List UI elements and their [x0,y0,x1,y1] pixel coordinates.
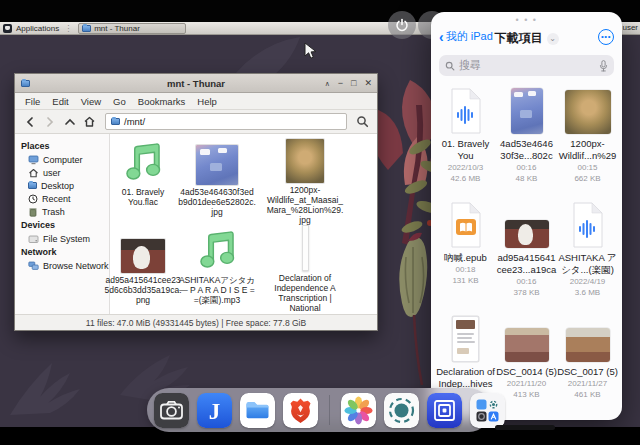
sidebar-item-trash[interactable]: Trash [15,205,109,218]
sidebar-item-browse-network[interactable]: Browse Network [15,259,109,272]
grid-item-lion[interactable]: 1200px-Wildlif...n%29 00:15662 KB [557,82,618,196]
microphone-icon[interactable] [599,60,608,72]
svg-text:J: J [209,398,221,423]
image-thumbnail [511,88,543,134]
brave-browser-icon[interactable] [283,393,318,428]
file-item-mp3[interactable]: ASHITAKAアシタカ — P A R A D I S E = =(楽園).m… [174,225,260,313]
search-placeholder: 搜尋 [459,58,595,73]
back-button[interactable]: ‹ 我的 iPad [439,29,493,44]
audio-file-icon [449,88,483,134]
home-button[interactable] [81,113,98,130]
concentric-squares-app-icon[interactable] [427,393,462,428]
ipad-dock: J [147,388,491,432]
grid-item-cat[interactable]: ad95a415641cee23...a19ca 00:16378 KB [496,196,557,310]
grid-item-ashitaka[interactable]: ASHITAKA アシタ...(楽園) 2022/4/193.6 MB [557,196,618,310]
audio-note-icon [195,229,239,273]
pdf-thumbnail [452,316,479,362]
grid-item-dsc0017[interactable]: DSC_0017 (5) 2021/11/27461 KB [557,310,618,420]
grid-item-dsc0014[interactable]: DSC_0014 (5) 2021/11/20413 KB [496,310,557,420]
menu-view[interactable]: View [75,96,107,107]
grid-item-jpg1[interactable]: 4ad53e464630f3e...802c 00:1648 KB [496,82,557,196]
shade-button[interactable]: ∧ [325,79,330,88]
menu-go[interactable]: Go [107,96,132,107]
epub-file-icon [449,202,483,248]
path-folder-icon [111,118,120,125]
photo-thumbnail [566,328,610,362]
path-text: /mnt/ [124,116,145,127]
drive-icon [28,234,39,244]
path-bar[interactable]: /mnt/ [105,113,347,130]
grid-item-bravely-you[interactable]: 01. BravelyYou 2022/10/342.6 MB [435,82,496,196]
image-thumbnail [565,90,611,134]
folder-icon [28,182,37,189]
photo-thumbnail [505,328,549,362]
window-drag-handle[interactable]: • • • [431,15,622,25]
sidebar-item-desktop[interactable]: Desktop [15,179,109,192]
network-icon [28,261,39,271]
mouse-cursor [304,42,317,64]
image-thumbnail [286,139,324,183]
chevron-down-icon[interactable]: ⌄ [547,33,559,45]
page-title: 下載項目 [495,30,543,47]
sidebar-item-recent[interactable]: Recent [15,192,109,205]
menu-help[interactable]: Help [191,96,223,107]
thunar-statusbar: 11 files: 47.0 MiB (49331445 bytes) | Fr… [15,314,377,330]
grid-item-epub[interactable]: 吶喊.epub 00:18131 KB [435,196,496,310]
file-item-lion-jpg[interactable]: 1200px- Wildlife_at_Maasai_ Mara_%28Lion… [260,137,350,225]
sidebar-item-filesystem[interactable]: File System [15,232,109,245]
menu-bookmarks[interactable]: Bookmarks [132,96,192,107]
sidebar-header-devices: Devices [15,218,109,232]
file-item-flac[interactable]: 01. Bravely You.flac [112,137,174,225]
search-bar[interactable]: 搜尋 [439,55,614,76]
photos-app-icon[interactable] [341,393,376,428]
folder-icon [82,25,91,32]
file-item-jpg1[interactable]: 4ad53e464630f3ed b9d01dee6e52802c. jpg [174,137,260,225]
files-app-header: ‹ 我的 iPad 下載項目 ⌄ ••• [431,29,622,49]
search-icon [445,61,455,71]
image-thumbnail [196,145,238,185]
minimize-button[interactable]: − [338,79,343,88]
thunar-menubar: File Edit View Go Bookmarks Help [15,93,377,110]
xfce-menu-icon[interactable] [3,24,12,33]
sidebar-header-places: Places [15,139,109,153]
window-resize-handle[interactable] [495,425,555,430]
pdf-thumbnail [302,225,309,271]
applications-menu[interactable]: Applications [16,24,59,33]
taskbar-window-label: mnt - Thunar [94,24,140,33]
image-thumbnail [505,220,549,248]
close-button[interactable]: ✕ [364,79,372,88]
sidebar-item-user[interactable]: user [15,166,109,179]
thunar-file-grid: 01. Bravely You.flac 4ad53e464630f3ed b9… [110,134,377,314]
menu-file[interactable]: File [19,96,46,107]
j-music-app-icon[interactable]: J [197,393,232,428]
back-button[interactable] [21,113,38,130]
files-app-icon[interactable] [240,393,275,428]
thunar-sidebar: Places Computer user Desktop Recent [15,134,110,314]
power-button-icon[interactable] [388,11,416,39]
search-icon[interactable] [354,113,371,130]
file-item-cat-png[interactable]: ad95a415641cee23 5d6c6b3dd35a19ca. png [112,225,174,313]
more-options-button[interactable]: ••• [598,29,614,45]
panel-separator: ⋮ [64,24,73,33]
thunar-window: mnt - Thunar ∧ − □ ✕ File Edit View Go B… [14,73,378,331]
files-app-window: • • • ‹ 我的 iPad 下載項目 ⌄ ••• 搜尋 [431,12,622,420]
audio-file-icon [571,202,605,248]
thunar-titlebar[interactable]: mnt - Thunar ∧ − □ ✕ [15,74,377,93]
sidebar-item-computer[interactable]: Computer [15,153,109,166]
forward-button[interactable] [41,113,58,130]
taskbar-window-button[interactable]: mnt - Thunar [78,23,186,34]
sidebar-header-network: Network [15,245,109,259]
app-library-icon[interactable] [470,393,505,428]
window-title: mnt - Thunar [15,78,377,89]
clock-icon [28,194,38,204]
ipad-screen: Applications ⋮ mnt - Thunar user mnt - T… [0,0,640,445]
home-icon [28,168,39,178]
file-item-pdf[interactable]: Declaration of Independence A Transcript… [260,225,350,313]
files-grid: 01. BravelyYou 2022/10/342.6 MB 4ad53e46… [435,82,618,420]
menu-edit[interactable]: Edit [46,96,74,107]
camera-app-icon[interactable] [154,393,189,428]
dashed-circle-app-icon[interactable] [384,393,419,428]
maximize-button[interactable]: □ [351,79,356,88]
up-button[interactable] [61,113,78,130]
thunar-toolbar: /mnt/ [15,110,377,134]
